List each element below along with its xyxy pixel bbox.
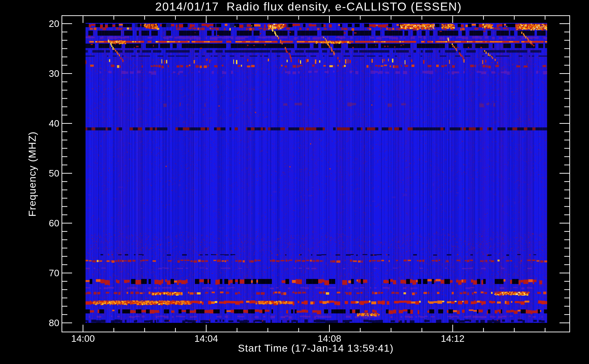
y-tick-label: 80 [34,317,59,328]
y-tick-label: 40 [34,118,59,129]
y-tick-label: 20 [34,18,59,29]
x-tick-label: 14:04 [186,333,226,344]
x-axis-title: Start Time (17-Jan-14 13:59:41) [62,343,570,354]
x-tick-label: 14:08 [309,333,349,344]
axes-frame-canvas [0,0,589,364]
y-tick-label: 50 [34,168,59,179]
y-tick-label: 70 [34,268,59,278]
y-tick-label: 60 [34,218,59,229]
y-tick-label: 30 [34,68,59,79]
plot-title: 2014/01/17 Radio flux density, e-CALLIST… [55,0,562,13]
x-tick-label: 14:12 [433,333,473,344]
spectrogram-page: 2014/01/17 Radio flux density, e-CALLIST… [0,0,589,364]
x-tick-label: 14:00 [63,333,103,344]
